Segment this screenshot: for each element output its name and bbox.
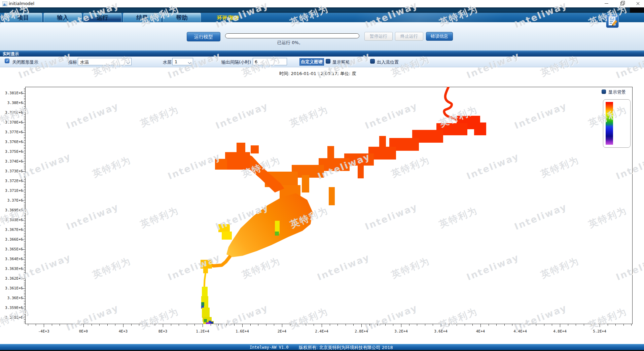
stop-run-button[interactable]: 终止运行 bbox=[395, 32, 423, 41]
x-major-tick bbox=[242, 324, 243, 327]
x-minor-tick bbox=[457, 324, 457, 326]
y-major-tick bbox=[23, 288, 25, 289]
pause-run-button[interactable]: 暂停运行 bbox=[364, 32, 393, 41]
y-major-tick bbox=[23, 269, 25, 269]
x-minor-tick bbox=[544, 324, 544, 326]
x-minor-tick bbox=[353, 324, 354, 326]
restore-icon bbox=[620, 2, 624, 5]
y-major-tick bbox=[23, 230, 25, 230]
x-axis-label: -4E+3 bbox=[31, 329, 56, 334]
restore-button[interactable] bbox=[616, 0, 628, 7]
x-minor-tick bbox=[250, 324, 251, 326]
y-major-tick bbox=[23, 249, 25, 250]
x-major-tick bbox=[44, 324, 44, 327]
indicator-label: 指标 bbox=[68, 59, 77, 65]
show-background-label: 显示背景 bbox=[608, 89, 626, 95]
minimize-button[interactable] bbox=[601, 0, 612, 7]
y-major-tick bbox=[23, 122, 25, 123]
output-interval-input[interactable] bbox=[253, 58, 287, 65]
menu-tab-2[interactable]: 输入 bbox=[44, 13, 82, 22]
minimize-icon bbox=[605, 3, 608, 4]
y-axis-label: 3.376E+6 bbox=[0, 140, 23, 144]
title-bar: initialmodel bbox=[0, 0, 644, 8]
south-cool-strip bbox=[201, 287, 214, 324]
x-minor-tick bbox=[60, 324, 60, 326]
show-background-checkbox[interactable] bbox=[602, 90, 606, 94]
y-axis-label: 3.369E+6 bbox=[0, 208, 23, 212]
lake-body bbox=[218, 193, 313, 257]
y-major-tick bbox=[23, 191, 25, 191]
x-minor-tick bbox=[623, 324, 624, 326]
x-minor-tick bbox=[615, 324, 616, 326]
y-major-tick bbox=[23, 259, 25, 259]
menu-tab-4[interactable]: 结果 bbox=[123, 13, 161, 22]
y-axis-label: 3.359E+6 bbox=[0, 306, 23, 310]
layer-value: 1 bbox=[175, 59, 177, 64]
x-minor-tick bbox=[28, 324, 28, 326]
y-axis-label: 3.381E+6 bbox=[0, 91, 23, 95]
x-minor-tick bbox=[472, 324, 473, 326]
ribbon-corner-dark bbox=[630, 7, 644, 13]
x-major-tick bbox=[163, 324, 163, 327]
application-window: initialmodel 项目输入运行结果帮助 环评/预警 运行模型 已运行 0… bbox=[0, 0, 644, 351]
close-graphics-label: 关闭图形显示 bbox=[12, 59, 38, 65]
x-axis-label: 0E+0 bbox=[71, 329, 96, 334]
y-axis-label: 3.366E+6 bbox=[0, 237, 23, 242]
app-icon bbox=[2, 1, 7, 6]
flow-position-checkbox[interactable] bbox=[370, 59, 375, 64]
x-minor-tick bbox=[433, 324, 433, 326]
x-minor-tick bbox=[115, 324, 115, 326]
run-model-button[interactable]: 运行模型 bbox=[187, 32, 220, 41]
y-major-tick bbox=[23, 132, 25, 133]
indicator-select[interactable]: 水温 bbox=[78, 58, 132, 65]
x-minor-tick bbox=[449, 324, 449, 326]
close-graphics-checkbox[interactable] bbox=[5, 59, 9, 63]
x-minor-tick bbox=[68, 324, 68, 326]
y-major-tick bbox=[23, 210, 25, 211]
y-axis-label: 3.378E+6 bbox=[0, 120, 23, 125]
run-toolbar: 运行模型 已运行 0%。 暂停运行 终止运行 错误信息 bbox=[0, 22, 644, 50]
x-axis-label: 2.8E+4 bbox=[349, 329, 374, 334]
water-temperature-map bbox=[25, 87, 633, 324]
x-minor-tick bbox=[274, 324, 274, 326]
x-minor-tick bbox=[179, 324, 179, 326]
error-info-button[interactable]: 错误信息 bbox=[426, 32, 453, 41]
x-axis-label: 3.6E+4 bbox=[428, 329, 453, 334]
y-major-tick bbox=[23, 103, 25, 103]
y-major-tick bbox=[23, 152, 25, 152]
layer-select[interactable]: 1 bbox=[172, 58, 193, 65]
x-minor-tick bbox=[298, 324, 298, 326]
y-axis-label: 3.368E+6 bbox=[0, 218, 23, 222]
x-minor-tick bbox=[107, 324, 108, 326]
y-axis-label: 3.36E+6 bbox=[0, 296, 23, 300]
x-minor-tick bbox=[314, 324, 314, 326]
menu-tab-1[interactable]: 项目 bbox=[4, 13, 42, 22]
x-minor-tick bbox=[631, 324, 632, 326]
x-minor-tick bbox=[377, 324, 378, 326]
x-minor-tick bbox=[528, 324, 529, 326]
menu-tab-5[interactable]: 帮助 bbox=[163, 13, 201, 22]
show-grid-checkbox[interactable] bbox=[326, 59, 330, 64]
y-axis-label: 3.363E+6 bbox=[0, 267, 23, 271]
x-minor-tick bbox=[139, 324, 139, 326]
y-axis-label: 3.375E+6 bbox=[0, 149, 23, 154]
y-major-tick bbox=[23, 318, 25, 318]
custom-spectrum-button[interactable]: 自定义图谱 bbox=[299, 58, 324, 66]
x-minor-tick bbox=[99, 324, 100, 326]
y-axis-label: 3.367E+6 bbox=[0, 227, 23, 232]
realtime-controls: 关闭图形显示 指标 水温 水层 1 输出间隔(小时) 自定义图谱 显示网格 出入… bbox=[0, 57, 644, 67]
x-axis-label: 2E+4 bbox=[270, 329, 294, 334]
document-edit-icon[interactable] bbox=[606, 14, 619, 28]
y-major-tick bbox=[23, 298, 25, 299]
x-minor-tick bbox=[465, 324, 465, 326]
indicator-value: 水温 bbox=[80, 59, 89, 65]
close-button[interactable] bbox=[632, 0, 644, 7]
y-axis-label: 3.365E+6 bbox=[0, 247, 23, 251]
x-minor-tick bbox=[504, 324, 505, 326]
x-major-tick bbox=[441, 324, 441, 327]
x-minor-tick bbox=[337, 324, 338, 326]
menu-tab-3[interactable]: 运行 bbox=[83, 13, 121, 22]
menu-tab-band: 项目输入运行结果帮助 bbox=[0, 13, 644, 22]
x-axis-label: 3.2E+4 bbox=[389, 329, 414, 334]
y-axis-label: 3.37E+6 bbox=[0, 198, 23, 203]
